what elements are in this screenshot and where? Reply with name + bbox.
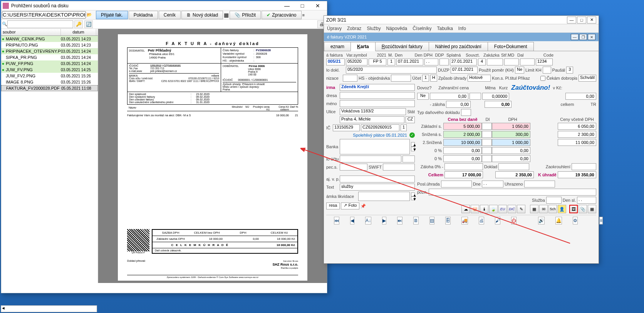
nav-gear-icon[interactable]: ⚙ — [573, 217, 578, 224]
typdd-input[interactable] — [461, 109, 471, 116]
btn-prilozit[interactable]: 📎Přiložit — [230, 11, 261, 19]
hs-field[interactable] — [391, 75, 411, 82]
open-folder-icon[interactable]: 📂 — [87, 12, 92, 17]
r1-base[interactable]: 5 000,00 — [443, 123, 482, 130]
col-date[interactable]: datum — [61, 29, 96, 35]
btn-prijate-fak[interactable]: Přijaté fak. — [96, 11, 128, 19]
menu-item[interactable]: Info — [458, 26, 466, 31]
search-input[interactable] — [7, 20, 73, 28]
path-input[interactable] — [2, 11, 86, 18]
refresh-icon[interactable]: 🔄 — [84, 20, 93, 28]
menu-item[interactable]: Úpravy — [327, 26, 342, 31]
nav-prev[interactable]: ◀ — [350, 217, 354, 224]
pin-icon[interactable]: 📌 — [361, 204, 366, 209]
schvalil-button[interactable]: Schválil — [579, 75, 596, 82]
nav-sort[interactable]: A↓ — [365, 217, 371, 224]
nav-grid-icon[interactable]: ▤ — [429, 217, 434, 224]
btn-cenik[interactable]: Ceník — [159, 11, 181, 19]
zakazka-field[interactable] — [487, 59, 503, 65]
list-item[interactable]: ●PRIPINACEK_OTEVRENY.PN03.05.2021 14:24 — [1, 48, 98, 54]
m-field[interactable]: 1 — [387, 59, 395, 65]
close-button[interactable]: ✕ — [310, 2, 325, 10]
stat-input[interactable]: CZ — [406, 116, 415, 123]
zpusob-field[interactable]: Hotově — [468, 75, 491, 82]
btn-zpracovano[interactable]: ✔Zpracováno — [262, 11, 301, 19]
firma-input[interactable]: Zdeněk Krejčí — [340, 84, 415, 91]
key-icon[interactable]: 🔑 — [74, 20, 83, 28]
nav-new[interactable]: 🗎 — [413, 217, 419, 224]
minimize-button[interactable]: — — [567, 17, 576, 23]
zahr-cena[interactable]: 0,00 — [430, 93, 468, 100]
maximize-button[interactable]: □ — [295, 2, 310, 10]
btn-pokladna[interactable]: Pokladna — [129, 11, 158, 19]
ddp-field[interactable] — [439, 59, 449, 65]
nav-menu-icon[interactable]: ≡ — [599, 217, 603, 224]
maximize-button[interactable]: □ — [577, 17, 586, 23]
tab-rozuctovani[interactable]: Rozúčtování faktury — [375, 42, 429, 51]
pig-icon[interactable]: 🐷 — [471, 205, 479, 213]
adresa-input[interactable] — [340, 92, 415, 99]
qr-icon[interactable]: ▦ — [224, 12, 229, 18]
dobropis-checkbox[interactable] — [540, 76, 545, 81]
menu-item[interactable]: Číselníky — [413, 26, 431, 31]
edit-icon[interactable]: ✎ — [517, 205, 525, 213]
btn-novy-doklad[interactable]: 🗎Nový doklad — [181, 11, 223, 19]
tab-nahled[interactable]: Náhled pro zaúčtování — [429, 42, 488, 51]
nav-next[interactable]: ▶ — [382, 217, 386, 224]
jmeno-input[interactable] — [340, 100, 415, 107]
den-field[interactable]: 07.01.2021 — [396, 59, 423, 65]
nav-last[interactable]: ⏭ — [397, 217, 402, 224]
dic-icon[interactable]: DIČ — [508, 205, 516, 213]
tab-seznam[interactable]: eznam — [324, 42, 351, 51]
vkc-field[interactable]: 0,00 — [565, 93, 596, 100]
nav-db-icon[interactable]: 🗄 — [445, 217, 451, 224]
souvzt-field[interactable]: 4 — [478, 59, 486, 65]
cloud-icon[interactable]: ☁ — [461, 205, 470, 213]
ucet-h-field[interactable]: H — [430, 75, 437, 82]
ic-input[interactable]: 13150529 — [333, 124, 360, 131]
adresa-button[interactable]: resa — [326, 203, 340, 209]
nav-sound1-icon[interactable]: 🔊 — [538, 217, 545, 224]
nav-power-icon[interactable]: ⏻ — [511, 217, 517, 224]
col-file[interactable]: soubor — [1, 29, 61, 35]
dendph-field[interactable]: . . — [424, 59, 438, 65]
menu-item[interactable]: Nápověda — [386, 26, 407, 31]
mena-field[interactable] — [470, 93, 481, 100]
close-button[interactable]: ✕ — [587, 17, 596, 23]
list-item[interactable]: JUW_FV2.PNG03.05.2021 15:26 — [1, 73, 98, 79]
sub-restore-icon[interactable]: ❐ — [579, 34, 587, 40]
swift-input[interactable] — [383, 164, 415, 171]
splatna-field[interactable]: 27.01.2021 — [450, 59, 477, 65]
menu-item[interactable]: Zobraz — [347, 26, 361, 31]
mesto-input[interactable]: Praha 4, Michle — [340, 116, 404, 123]
thermo-icon[interactable]: 🌡 — [480, 205, 488, 213]
sch-icon[interactable]: Sch — [548, 205, 557, 213]
ulice-input[interactable]: Vokáčova 1183/2 — [340, 108, 406, 115]
sub-close-icon[interactable]: ✕ — [588, 34, 595, 40]
dal-field[interactable] — [520, 59, 535, 65]
cislo-dokl-field[interactable]: 05/2020 — [346, 67, 437, 74]
menu-item[interactable]: Tabulka — [437, 26, 453, 31]
vs-field[interactable]: 052020 — [346, 59, 367, 65]
list-item[interactable]: PRIPNUTO.PNG03.05.2021 14:23 — [1, 42, 98, 48]
tab-foto[interactable]: Foto+Dokument — [488, 42, 534, 51]
cislouct-input[interactable] — [340, 156, 401, 162]
strmd-field[interactable] — [504, 59, 519, 65]
post-icon[interactable]: ✉ — [539, 205, 548, 213]
pomer-field[interactable]: Ne — [515, 67, 524, 74]
list-item[interactable]: IMAGE 8.PNG03.05.2021 15:26 — [1, 79, 98, 85]
dovoz-field[interactable]: Ne — [417, 93, 429, 100]
nav-sound2-icon[interactable]: 🔔 — [555, 217, 562, 224]
dic-input[interactable]: CZ6209260915 — [361, 124, 399, 131]
menu-icon[interactable]: ≡ — [302, 13, 305, 17]
likvidace-input[interactable] — [358, 192, 410, 201]
kurz-field[interactable]: 0,00000 — [482, 93, 509, 100]
image-icon[interactable]: 🖼 — [569, 205, 578, 213]
nav-first[interactable]: ⏮ — [334, 217, 339, 224]
limitkh-field[interactable] — [543, 67, 551, 74]
menu-item[interactable]: Služby — [367, 26, 381, 31]
pozn-input[interactable] — [429, 189, 596, 196]
banka-input[interactable] — [340, 139, 410, 154]
duzp-field[interactable]: 07.01.2021 — [451, 67, 478, 74]
list-item[interactable]: ●JUW_FV.PNG03.05.2021 14:25 — [1, 67, 98, 73]
